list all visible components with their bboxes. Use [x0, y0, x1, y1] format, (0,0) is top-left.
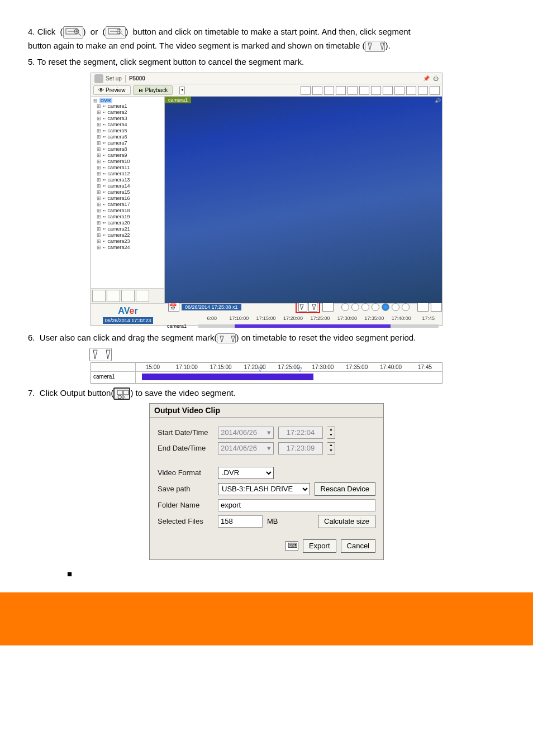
tree-camera-item[interactable]: ⊞ ▪▫ camera22 [97, 232, 162, 238]
play-icon[interactable] [382, 303, 389, 311]
layout-16-icon[interactable] [336, 86, 346, 95]
tree-root[interactable]: DVR [99, 98, 112, 103]
tree-camera-item[interactable]: ⊞ ▪▫ camera11 [97, 165, 162, 171]
tree-camera-item[interactable]: ⊞ ▪▫ camera1 [97, 103, 162, 109]
tree-camera-item[interactable]: ⊞ ▪▫ camera3 [97, 116, 162, 122]
pause-icon[interactable] [372, 303, 379, 311]
camera-tree[interactable]: ⊟ DVR ⊞ ▪▫ camera1⊞ ▪▫ camera2⊞ ▪▫ camer… [91, 97, 164, 288]
svg-point-21 [118, 395, 121, 399]
step-4-text-cont: button again to make an end point. The v… [28, 40, 505, 52]
tree-camera-item[interactable]: ⊞ ▪▫ camera6 [97, 134, 162, 140]
next-frame-icon[interactable] [392, 303, 399, 311]
svg-rect-20 [123, 390, 129, 395]
prev-frame-icon[interactable] [361, 303, 369, 311]
start-date-field: 2014/06/26▾ [218, 427, 274, 439]
keyboard-icon[interactable] [285, 541, 298, 551]
segment-zoom-in-icon [63, 26, 83, 39]
selected-files-unit: MB [267, 517, 289, 525]
tree-camera-item[interactable]: ⊞ ▪▫ camera21 [97, 226, 162, 232]
end-time-spinner[interactable]: ▲▼ [327, 442, 335, 454]
step-back-icon[interactable] [341, 303, 349, 311]
tree-camera-item[interactable]: ⊞ ▪▫ camera10 [97, 159, 162, 165]
output-icon[interactable] [322, 303, 334, 312]
layout-4-icon[interactable] [312, 86, 322, 95]
timeline-bar[interactable] [198, 324, 439, 328]
bullet-marker: ■ [67, 569, 505, 578]
tree-camera-item[interactable]: ⊞ ▪▫ camera7 [97, 140, 162, 146]
svg-rect-19 [117, 390, 122, 395]
end-date-label: End Date/Time [158, 444, 213, 452]
tree-camera-item[interactable]: ⊞ ▪▫ camera14 [97, 183, 162, 189]
tree-camera-item[interactable]: ⊞ ▪▫ camera8 [97, 146, 162, 152]
segment-zoom-out-icon [106, 26, 126, 39]
step-4-text: 4. Click ( ) or ( ) button and click on … [28, 26, 505, 39]
segment-bar-area[interactable]: ▽ ▽ [136, 372, 442, 383]
tree-camera-item[interactable]: ⊞ ▪▫ camera2 [97, 109, 162, 116]
segment-start-icon[interactable] [298, 303, 307, 312]
zoom-in-timeline-icon[interactable] [431, 303, 442, 312]
tree-camera-item[interactable]: ⊞ ▪▫ camera15 [97, 189, 162, 195]
svg-marker-11 [368, 43, 372, 50]
cancel-button[interactable]: Cancel [341, 539, 375, 553]
start-time-spinner[interactable]: ▲▼ [327, 427, 335, 439]
tree-camera-item[interactable]: ⊞ ▪▫ camera17 [97, 202, 162, 208]
tree-camera-item[interactable]: ⊞ ▪▫ camera12 [97, 171, 162, 177]
playback-tab[interactable]: ⏯Playback [133, 85, 173, 95]
segment-marker-large-icon [89, 348, 112, 361]
layout-9-icon[interactable] [324, 86, 334, 95]
folder-icon[interactable] [394, 86, 404, 95]
tree-camera-item[interactable]: ⊞ ▪▫ camera16 [97, 195, 162, 202]
print-icon[interactable] [418, 86, 428, 95]
export-button[interactable]: Export [303, 539, 336, 553]
page-footer-band [0, 592, 533, 645]
end-date-field: 2014/06/26▾ [218, 442, 274, 454]
window-power-icon[interactable]: ⏻ [433, 75, 439, 82]
snapshot-search-icon[interactable] [121, 290, 135, 302]
snapshot-settings-icon[interactable] [136, 290, 149, 302]
preview-tab[interactable]: 👁Preview [93, 85, 131, 95]
svg-marker-15 [220, 336, 223, 342]
tree-camera-item[interactable]: ⊞ ▪▫ camera18 [97, 208, 162, 214]
calculate-size-button[interactable]: Calculate size [318, 515, 375, 528]
segment-start-mark[interactable]: ▽ [258, 366, 263, 372]
volume-icon[interactable]: 🔊 [435, 98, 441, 103]
tree-camera-item[interactable]: ⊞ ▪▫ camera19 [97, 214, 162, 220]
snapshot-tool-icon[interactable] [107, 290, 120, 302]
tree-camera-item[interactable]: ⊞ ▪▫ camera4 [97, 122, 162, 128]
calendar-icon[interactable]: 📅 [168, 303, 179, 312]
tree-camera-item[interactable]: ⊞ ▪▫ camera24 [97, 245, 162, 251]
folder-name-input[interactable] [218, 499, 375, 511]
tree-camera-item[interactable]: ⊞ ▪▫ camera13 [97, 177, 162, 183]
collapse-icon[interactable]: ◂ [179, 87, 185, 94]
video-format-label: Video Format [158, 468, 213, 477]
folder-name-label: Folder Name [158, 501, 213, 509]
save-path-select[interactable]: USB-3:FLASH DRIVE [218, 483, 310, 495]
fast-forward-icon[interactable] [402, 303, 410, 311]
doc-icon[interactable] [430, 86, 440, 95]
app-title: P5000 [129, 75, 145, 82]
save-path-label: Save path [158, 485, 213, 493]
tree-camera-item[interactable]: ⊞ ▪▫ camera9 [97, 152, 162, 159]
layout-tall-icon[interactable] [359, 86, 369, 95]
snapshot-export-icon[interactable] [92, 290, 106, 302]
segment-end-mark[interactable]: ▽ [298, 366, 302, 372]
tree-camera-item[interactable]: ⊞ ▪▫ camera20 [97, 220, 162, 226]
start-time-field: 17:22:04 [278, 427, 323, 439]
playback-datetime-badge: 06/26/2014 17:25:08 x1 [182, 304, 241, 310]
zoom-out-timeline-icon[interactable] [417, 303, 429, 312]
window-pin-icon[interactable]: 📌 [423, 75, 430, 82]
tree-camera-item[interactable]: ⊞ ▪▫ camera23 [97, 238, 162, 245]
video-format-select[interactable]: .DVR [218, 467, 274, 479]
edit-icon[interactable] [406, 86, 416, 95]
tree-camera-item[interactable]: ⊞ ▪▫ camera5 [97, 128, 162, 134]
rescan-device-button[interactable]: Rescan Device [315, 482, 375, 496]
svg-marker-13 [300, 304, 303, 310]
active-camera-tab: camera1 [165, 97, 191, 103]
timeline-scale: 6:00 17:10:00 17:15:00 17:20:00 17:25:00… [165, 313, 442, 323]
rewind-icon[interactable] [351, 303, 359, 311]
layout-1-icon[interactable] [301, 86, 311, 95]
layout-wide-icon[interactable] [348, 86, 358, 95]
layout-grid-icon[interactable] [371, 86, 381, 95]
fullscreen-icon[interactable] [383, 86, 393, 95]
segment-end-icon[interactable] [308, 303, 317, 312]
